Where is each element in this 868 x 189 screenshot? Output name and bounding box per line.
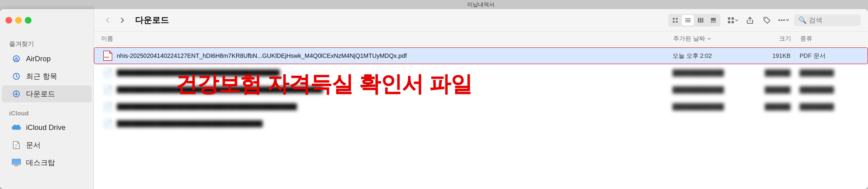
- sidebar-item-downloads-label: 다운로드: [26, 89, 55, 99]
- more-button[interactable]: [777, 14, 790, 27]
- column-view-btn[interactable]: [694, 15, 707, 26]
- toolbar: 다운로드: [94, 9, 868, 31]
- file-name: nhis-20250204140224127ENT_hDI6H8m7KR8Ufb…: [117, 52, 673, 59]
- recents-icon: [11, 71, 22, 82]
- svg-rect-21: [702, 18, 703, 23]
- sidebar-item-recents-label: 최근 항목: [26, 72, 57, 81]
- sidebar-item-downloads[interactable]: 다운로드: [2, 85, 92, 102]
- tag-button[interactable]: [760, 14, 774, 27]
- col-header-date: 추가된 날짜: [673, 34, 746, 43]
- svg-rect-28: [728, 21, 730, 23]
- file-size: ██████: [745, 86, 800, 93]
- svg-point-1: [16, 60, 17, 61]
- svg-rect-11: [14, 166, 19, 166]
- file-size: ██████: [745, 70, 800, 76]
- search-icon: 🔍: [798, 16, 807, 24]
- table-row[interactable]: 📄 ██████████████████████████████████: [94, 115, 868, 132]
- sidebar-item-documents-label: 문서: [26, 140, 40, 150]
- toolbar-title: 다운로드: [135, 15, 169, 26]
- sidebar-item-airdrop[interactable]: AirDrop: [2, 50, 92, 67]
- svg-rect-20: [700, 18, 702, 23]
- svg-rect-27: [732, 17, 734, 20]
- share-button[interactable]: [743, 14, 756, 27]
- svg-point-30: [765, 18, 766, 19]
- list-view-btn[interactable]: [682, 15, 694, 26]
- table-row[interactable]: PDF nhis-20250204140224127ENT_hDI6H8m7KR…: [94, 47, 868, 64]
- nav-buttons: [101, 14, 129, 27]
- desktop-icon: [11, 157, 22, 168]
- svg-rect-24: [713, 22, 714, 23]
- sidebar-item-recents[interactable]: 최근 항목: [2, 68, 92, 85]
- minimize-button[interactable]: [15, 17, 22, 24]
- notification-text: 미납내역서: [467, 1, 495, 8]
- column-headers: 이름 추가된 날짜 크기 종류: [94, 31, 868, 46]
- sidebar-item-desktop[interactable]: 데스크탑: [2, 154, 92, 171]
- table-row[interactable]: 📄 ██████████████████████████████████████…: [94, 81, 868, 98]
- svg-rect-22: [711, 18, 716, 21]
- svg-rect-13: [676, 18, 678, 20]
- close-button[interactable]: [5, 17, 12, 24]
- svg-text:PDF: PDF: [104, 56, 109, 59]
- file-date: ████████████: [673, 70, 745, 76]
- file-icon: 📄: [102, 66, 114, 79]
- icloud-label: iCloud: [0, 108, 94, 119]
- notification-bar: 미납내역서: [94, 0, 868, 9]
- file-icon: 📄: [102, 84, 114, 96]
- col-header-name: 이름: [101, 34, 673, 43]
- sidebar-item-icloud-drive[interactable]: iCloud Drive: [2, 119, 92, 136]
- file-kind: ████████: [800, 70, 860, 76]
- file-date: ████████████: [673, 103, 745, 110]
- table-row[interactable]: 📄 ██████████████████████████████████████…: [94, 98, 868, 115]
- file-kind: ████████: [800, 86, 860, 93]
- svg-rect-14: [673, 21, 675, 23]
- svg-rect-29: [732, 21, 734, 23]
- search-box[interactable]: 🔍: [794, 15, 861, 26]
- icloud-drive-icon: [11, 122, 22, 133]
- back-button[interactable]: [101, 14, 115, 27]
- group-button[interactable]: [726, 14, 740, 27]
- file-name: ████████████████████████████████████████…: [117, 103, 673, 110]
- sidebar-item-desktop-label: 데스크탑: [26, 158, 55, 167]
- search-input[interactable]: [809, 16, 857, 24]
- forward-button[interactable]: [116, 14, 129, 27]
- file-size: 191KB: [745, 52, 800, 59]
- sidebar-item-airdrop-label: AirDrop: [26, 55, 51, 63]
- file-size: ██████: [745, 103, 800, 110]
- svg-rect-23: [711, 22, 712, 23]
- gallery-view-btn[interactable]: [707, 15, 719, 26]
- traffic-lights: [0, 9, 37, 31]
- file-kind: PDF 문서: [800, 52, 860, 60]
- sidebar-item-icloud-drive-label: iCloud Drive: [26, 123, 66, 132]
- table-row[interactable]: 📄 ██████████████████████████████████████…: [94, 64, 868, 81]
- file-kind: ████████: [800, 103, 860, 110]
- file-name: ████████████████████████████████████████…: [117, 86, 673, 93]
- favorites-label: 즐겨찾기: [0, 37, 94, 50]
- documents-icon: [11, 140, 22, 151]
- svg-rect-12: [673, 18, 675, 20]
- downloads-icon: [11, 88, 22, 99]
- file-icon: 📄: [102, 117, 114, 130]
- svg-rect-10: [15, 165, 18, 166]
- col-header-size: 크기: [746, 34, 800, 43]
- svg-rect-15: [676, 21, 678, 23]
- svg-rect-25: [715, 22, 716, 23]
- svg-rect-19: [698, 18, 700, 23]
- file-icon: 📄: [102, 101, 114, 113]
- maximize-button[interactable]: [25, 17, 31, 24]
- file-name: ██████████████████████████████████: [117, 120, 673, 127]
- sidebar-item-documents[interactable]: 문서: [2, 137, 92, 154]
- icon-view-btn[interactable]: [669, 15, 681, 26]
- svg-rect-26: [728, 17, 730, 20]
- view-switcher: [668, 14, 720, 27]
- file-icon: PDF: [102, 50, 114, 62]
- file-date: 오늘 오후 2:02: [673, 52, 745, 60]
- file-name: ██████████████████████████████████████: [117, 70, 673, 76]
- main-content: 다운로드: [94, 9, 868, 189]
- svg-rect-9: [12, 159, 21, 164]
- file-list: PDF nhis-20250204140224127ENT_hDI6H8m7KR…: [94, 46, 868, 189]
- col-header-kind: 종류: [800, 34, 861, 43]
- sidebar: 즐겨찾기 AirDrop 최근 항목: [0, 9, 94, 189]
- file-date: ████████████: [673, 86, 745, 93]
- airdrop-icon: [11, 53, 22, 64]
